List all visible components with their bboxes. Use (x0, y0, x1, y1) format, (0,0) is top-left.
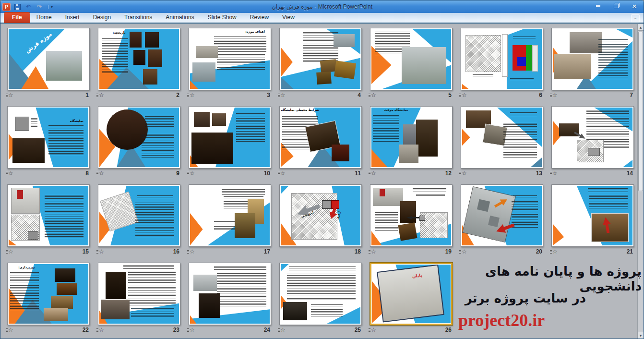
transition-star-icon[interactable]: ☆ (552, 249, 558, 254)
slide-thumbnail-11[interactable]: شرایط محیطی نمایشگاه (279, 106, 362, 169)
slide-thumbnail-18[interactable]: آموزشیاداری (279, 184, 362, 247)
slide-thumbnail-5[interactable] (370, 28, 453, 90)
transition-star-icon[interactable]: ☆ (371, 92, 376, 98)
transition-star-icon[interactable]: ☆ (8, 170, 13, 176)
scrollbar-thumb[interactable] (638, 32, 643, 191)
slide-number: 24 (264, 327, 270, 333)
transition-star-icon[interactable]: ☆ (371, 170, 376, 176)
transition-star-icon[interactable]: ☆ (190, 327, 195, 333)
close-button[interactable]: × (628, 2, 641, 10)
slide-thumbnail-14[interactable] (551, 106, 634, 169)
minimize-icon (596, 5, 600, 7)
slide-number: 17 (264, 249, 270, 254)
transition-star-icon[interactable]: ☆ (190, 249, 195, 254)
slide-meta-row: ☆22 (7, 327, 90, 333)
restore-button[interactable] (610, 2, 622, 10)
slide-thumbnail-6[interactable] (461, 28, 543, 90)
transition-star-icon[interactable]: ☆ (99, 327, 104, 333)
transition-star-icon[interactable]: ☆ (280, 170, 286, 176)
transition-star-icon[interactable]: ☆ (8, 92, 13, 98)
slide-thumbnail-17[interactable] (189, 184, 271, 247)
tab-review[interactable]: Review (243, 12, 275, 23)
transition-star-icon[interactable]: ☆ (552, 92, 558, 98)
slide-sorter-area: موزه فرش☆1تاریخچه:☆2اهداف موزه:☆3☆4☆5☆6☆… (0, 24, 644, 339)
transition-star-icon[interactable]: ☆ (190, 170, 195, 176)
slide-photo (106, 272, 126, 299)
transition-star-icon[interactable]: ☆ (462, 249, 467, 254)
slide-thumbnail-25[interactable] (279, 263, 362, 325)
slide-number: 10 (264, 170, 270, 176)
slide-meta-row: ☆24 (189, 327, 271, 333)
transition-star-icon[interactable]: ☆ (371, 327, 376, 333)
slide-thumbnail-1[interactable]: موزه فرش (7, 28, 90, 90)
slide-thumbnail-8[interactable]: نمایشگاه (7, 106, 90, 169)
slide-thumbnail-19[interactable] (370, 184, 453, 247)
slide-text-block (512, 201, 538, 229)
slide-canvas: آموزشیاداری (281, 186, 360, 245)
tab-file[interactable]: File (4, 12, 30, 23)
scroll-up-icon[interactable]: ▲ (638, 24, 644, 31)
slide-meta-row: ☆20 (461, 248, 543, 255)
slide-thumbnail-7[interactable] (551, 28, 634, 90)
minimize-button[interactable] (592, 2, 604, 10)
transition-star-icon[interactable]: ☆ (190, 92, 195, 98)
transition-star-icon[interactable]: ☆ (99, 249, 104, 254)
tab-transitions[interactable]: Transitions (118, 12, 159, 23)
slide-thumbnail-23[interactable] (98, 263, 180, 325)
slide-canvas (9, 186, 88, 245)
slide-thumbnail-13[interactable] (461, 106, 543, 169)
tab-home[interactable]: Home (30, 12, 59, 23)
slide-canvas (462, 108, 542, 167)
slide-photo (588, 148, 600, 156)
slide-thumbnail-26[interactable]: پایان (370, 263, 453, 325)
slide-thumbnail-4[interactable] (279, 28, 362, 90)
vertical-scrollbar[interactable]: ▲ ▼ (637, 24, 644, 339)
slide-thumbnail-10[interactable] (189, 106, 271, 169)
tab-insert[interactable]: Insert (59, 12, 86, 23)
transition-star-icon[interactable]: ☆ (371, 249, 376, 254)
tab-slide-show[interactable]: Slide Show (201, 12, 243, 23)
transition-star-icon[interactable]: ☆ (99, 170, 104, 176)
slide-number: 2 (176, 92, 179, 98)
slide-thumbnail-16[interactable] (98, 184, 180, 247)
floor-plan (465, 35, 501, 72)
slide-meta-row: ☆1 (7, 92, 90, 98)
slide-thumbnail-24[interactable] (189, 263, 271, 325)
slide-thumbnail-15[interactable] (7, 184, 90, 247)
transition-star-icon[interactable]: ☆ (462, 170, 467, 176)
slide-thumbnail-3[interactable]: اهداف موزه: (189, 28, 271, 90)
slide-photo (130, 32, 142, 48)
transition-star-icon[interactable]: ☆ (8, 327, 13, 333)
slide-canvas (371, 29, 451, 89)
collapse-ribbon-icon[interactable]: ⌄ (631, 14, 640, 23)
slide-number: 1 (85, 92, 89, 98)
scroll-down-icon[interactable]: ▼ (638, 332, 644, 339)
tab-view[interactable]: View (275, 12, 301, 23)
transition-star-icon[interactable]: ☆ (462, 92, 467, 98)
ribbon-tab-row: FileHomeInsertDesignTransitionsAnimation… (0, 13, 644, 24)
slide-meta-row: ☆12 (370, 170, 453, 177)
transition-star-icon[interactable]: ☆ (99, 92, 104, 98)
slide-thumbnail-22[interactable]: نورپردازی: (7, 263, 90, 325)
slide-number: 18 (355, 249, 361, 254)
slide-text-block (416, 194, 445, 197)
slide-thumbnail-20[interactable] (461, 184, 543, 247)
slide-text-block (131, 308, 174, 318)
tab-design[interactable]: Design (86, 12, 118, 23)
slide-thumbnail-12[interactable]: نمایشگاه موقت (370, 106, 453, 169)
slide-text-block (45, 217, 83, 238)
slide-text-block (513, 195, 537, 199)
slide-thumbnail-2[interactable]: تاریخچه: (98, 28, 180, 90)
title-separator: - (314, 3, 316, 10)
slide-canvas (99, 108, 179, 167)
slide-photo (192, 62, 215, 82)
slide-thumbnail-9[interactable] (98, 106, 180, 169)
transition-star-icon[interactable]: ☆ (280, 327, 286, 333)
slide-thumbnail-21[interactable] (551, 184, 634, 247)
transition-star-icon[interactable]: ☆ (8, 249, 13, 254)
slide-canvas (371, 186, 451, 245)
transition-star-icon[interactable]: ☆ (552, 170, 558, 176)
tab-animations[interactable]: Animations (159, 12, 201, 23)
transition-star-icon[interactable]: ☆ (280, 92, 286, 98)
slide-photo (380, 189, 385, 196)
